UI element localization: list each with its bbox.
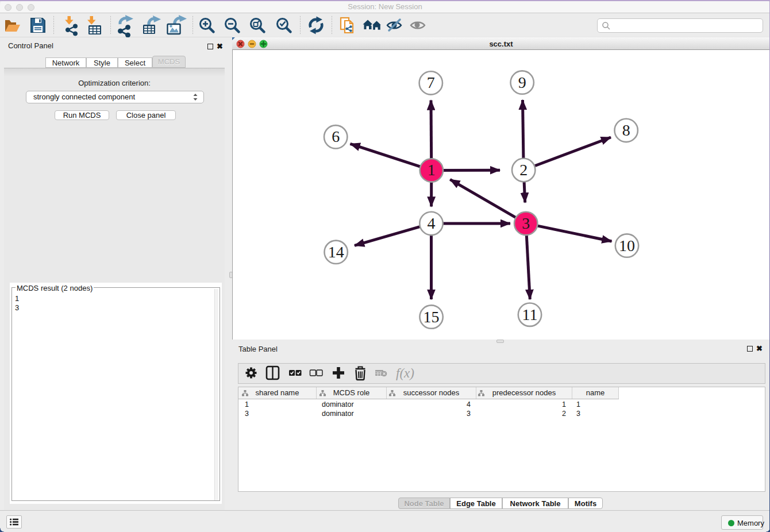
- svg-text:f(x): f(x): [396, 366, 414, 380]
- svg-text:14: 14: [328, 243, 344, 261]
- svg-text:1: 1: [428, 161, 436, 179]
- svg-text:7: 7: [427, 74, 435, 91]
- svg-text:9: 9: [518, 74, 526, 91]
- svg-text:10: 10: [619, 237, 635, 255]
- svg-text:3: 3: [522, 214, 530, 232]
- svg-text:8: 8: [622, 121, 630, 139]
- svg-text:11: 11: [522, 306, 538, 323]
- svg-text:15: 15: [424, 308, 440, 326]
- svg-text:2: 2: [519, 161, 528, 179]
- svg-text:4: 4: [428, 214, 436, 232]
- svg-text:6: 6: [332, 128, 340, 145]
